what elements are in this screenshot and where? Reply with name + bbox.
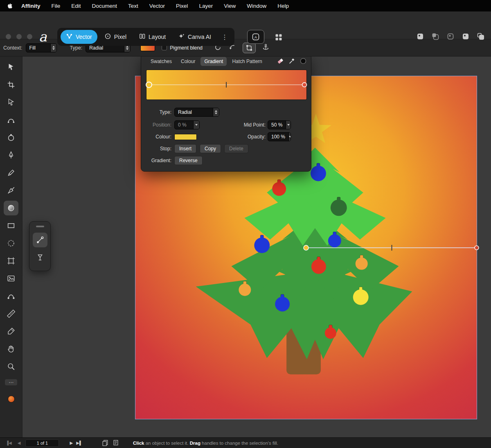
ornament[interactable] bbox=[272, 182, 286, 196]
rectangle-icon bbox=[7, 221, 16, 230]
tools-panel: ⋯ bbox=[0, 57, 23, 437]
menu-item-affinity[interactable]: Affinity bbox=[21, 3, 41, 9]
preview-start-stop[interactable] bbox=[146, 82, 152, 88]
menu-item-pixel[interactable]: Pixel bbox=[176, 3, 188, 9]
ornament[interactable] bbox=[311, 165, 326, 181]
corner-tool[interactable] bbox=[4, 130, 18, 145]
menu-item-document[interactable]: Document bbox=[92, 3, 117, 9]
contour-tool[interactable] bbox=[4, 113, 18, 127]
move-tool[interactable] bbox=[4, 60, 18, 75]
ornament[interactable] bbox=[325, 328, 336, 339]
tab-hatch-pattern[interactable]: Hatch Pattern bbox=[228, 57, 266, 66]
pages-icon[interactable] bbox=[102, 439, 108, 447]
stepper-icon bbox=[50, 44, 56, 52]
point-transform-tool[interactable] bbox=[4, 289, 18, 303]
gradient-preview-overlay bbox=[146, 70, 306, 100]
fill-gradient-tool[interactable] bbox=[4, 201, 18, 215]
tab-gradient[interactable]: Gradient bbox=[200, 57, 227, 66]
colour-picker-icon[interactable] bbox=[288, 57, 295, 66]
opacity-select[interactable]: 100 % bbox=[268, 132, 291, 141]
gradient-end-handle[interactable] bbox=[475, 246, 479, 250]
duplicate-swatch-icon[interactable] bbox=[476, 32, 485, 41]
mid-point-select[interactable]: 50 % bbox=[268, 120, 291, 129]
swatch-tag-icon[interactable] bbox=[416, 32, 425, 41]
ornament[interactable] bbox=[311, 259, 326, 274]
pencil-tool[interactable] bbox=[4, 165, 18, 180]
menu-item-help[interactable]: Help bbox=[277, 3, 289, 9]
reverse-gradient-button[interactable]: Reverse bbox=[174, 156, 203, 165]
ornament[interactable] bbox=[239, 284, 251, 296]
next-page-button[interactable]: ▶ bbox=[70, 441, 73, 445]
menu-item-layer[interactable]: Layer bbox=[199, 3, 213, 9]
edit-fill-handles-button[interactable] bbox=[243, 43, 256, 53]
more-tools-button[interactable]: ⋯ bbox=[5, 379, 17, 385]
pen-tool[interactable] bbox=[4, 148, 18, 163]
window-close-button[interactable] bbox=[6, 34, 11, 39]
stop-colour-swatch[interactable] bbox=[174, 134, 197, 140]
menu-item-edit[interactable]: Edit bbox=[71, 3, 81, 9]
last-page-button[interactable]: ▶▌ bbox=[76, 441, 82, 445]
notes-icon[interactable] bbox=[113, 439, 119, 447]
brush-icon bbox=[7, 186, 16, 195]
ornament[interactable] bbox=[328, 234, 341, 247]
rectangle-tool[interactable] bbox=[4, 218, 18, 233]
persona-layout-button[interactable]: Layout bbox=[133, 30, 171, 44]
preview-end-stop[interactable] bbox=[302, 83, 307, 87]
persona-pixel-button[interactable]: Pixel bbox=[99, 30, 132, 44]
window-zoom-button[interactable] bbox=[27, 34, 32, 39]
frame-marks-icon bbox=[7, 256, 16, 265]
artboard-tool-button[interactable]: A bbox=[247, 30, 264, 44]
pencil-icon bbox=[7, 168, 16, 177]
persona-canva-ai-button[interactable]: Canva AI bbox=[173, 30, 216, 44]
measure-tool[interactable] bbox=[4, 306, 18, 321]
apple-icon[interactable] bbox=[7, 2, 13, 9]
chevron-down-icon bbox=[288, 133, 291, 141]
vector-crop-tool[interactable] bbox=[4, 253, 18, 268]
place-image-tool[interactable] bbox=[4, 271, 18, 286]
ornament[interactable] bbox=[353, 290, 369, 305]
view-tool[interactable] bbox=[4, 342, 18, 356]
menu-item-vector[interactable]: Vector bbox=[149, 3, 165, 9]
crop-tool[interactable] bbox=[4, 77, 18, 92]
delete-stop-button[interactable]: Delete bbox=[224, 144, 248, 153]
transparency-tool-option[interactable] bbox=[33, 250, 47, 265]
ornament[interactable] bbox=[331, 199, 347, 216]
window-minimize-button[interactable] bbox=[16, 34, 22, 39]
grid-view-button[interactable] bbox=[273, 32, 285, 43]
page-indicator[interactable]: 1 of 1 bbox=[25, 439, 59, 447]
first-page-button[interactable]: ▐◀ bbox=[6, 441, 12, 445]
insert-stop-button[interactable]: Insert bbox=[174, 144, 196, 153]
flyout-drag-handle[interactable] bbox=[36, 226, 44, 227]
previous-page-button[interactable]: ◀ bbox=[18, 441, 21, 445]
copy-swatch-icon[interactable] bbox=[431, 32, 440, 41]
tab-colour[interactable]: Colour bbox=[177, 57, 199, 66]
ellipse-tool[interactable] bbox=[4, 236, 18, 251]
current-colour-well[interactable] bbox=[8, 396, 15, 403]
style-swatch-icon[interactable] bbox=[446, 32, 455, 41]
menu-item-view[interactable]: View bbox=[224, 3, 236, 9]
anchor-icon[interactable] bbox=[262, 43, 269, 52]
menu-item-text[interactable]: Text bbox=[128, 3, 138, 9]
ornament[interactable] bbox=[356, 258, 368, 270]
filled-swatch-icon[interactable] bbox=[461, 32, 470, 41]
ornament[interactable] bbox=[254, 238, 270, 253]
node-tool[interactable] bbox=[4, 95, 18, 110]
zoom-tool[interactable] bbox=[4, 359, 18, 374]
gradient-tool-option[interactable] bbox=[33, 233, 47, 247]
eraser-icon[interactable] bbox=[277, 57, 284, 66]
menu-item-file[interactable]: File bbox=[52, 3, 61, 9]
gradient-start-handle[interactable] bbox=[304, 245, 309, 250]
tab-swatches[interactable]: Swatches bbox=[147, 57, 176, 66]
panel-type-select[interactable]: Radial bbox=[174, 108, 219, 117]
position-select[interactable]: 0 % bbox=[174, 120, 200, 129]
gradient-preview[interactable] bbox=[146, 70, 307, 100]
persona-vector-button[interactable]: Vector bbox=[61, 30, 97, 44]
style-picker-tool[interactable] bbox=[4, 324, 18, 339]
hint-drag-text: handles to change the selection's fill. bbox=[200, 441, 278, 446]
vector-brush-tool[interactable] bbox=[4, 183, 18, 198]
ornament[interactable] bbox=[275, 297, 290, 312]
menu-item-window[interactable]: Window bbox=[247, 3, 266, 9]
nofill-swatch-icon[interactable] bbox=[300, 57, 307, 66]
copy-stop-button[interactable]: Copy bbox=[200, 144, 221, 153]
persona-overflow-icon[interactable]: ⋮ bbox=[218, 33, 231, 41]
